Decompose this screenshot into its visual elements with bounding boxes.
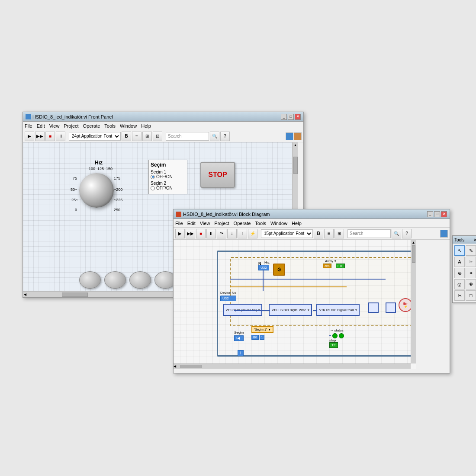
bd-align[interactable]: ≡ [324,229,334,238]
bd-scroll-thumb-h[interactable] [180,365,202,368]
array3-io-block[interactable]: abo [323,264,331,268]
bd-menu-help[interactable]: Help [292,221,302,226]
device-no-block[interactable]: U32 [220,296,236,301]
bd-menu-tools[interactable]: Tools [255,221,266,226]
menu-operate[interactable]: Operate [83,123,100,129]
reorder-button[interactable]: ⊡ [153,132,162,141]
secim1-radio-dot[interactable] [151,175,155,179]
stop-button[interactable]: STOP [200,162,235,188]
secim2-radio-dot[interactable] [151,186,155,190]
search-icon[interactable]: 🔍 [210,132,219,141]
bd-scrollbar-h[interactable]: ◀ [174,363,411,369]
bd-scroll-up[interactable]: ▲ [411,240,416,244]
bd-step-out[interactable]: ↑ [238,229,247,238]
run-button[interactable]: ▶ [25,132,34,141]
bd-search-input[interactable] [347,229,391,238]
bd-scroll-left[interactable]: ◀ [174,364,176,368]
tool-scissors[interactable]: ✂ [454,290,465,301]
secim2-radio[interactable]: OFF/ON [151,186,185,190]
tool-probe[interactable]: ◎ [454,279,465,289]
bd-run-cont[interactable]: ▶▶ [186,229,195,238]
bd-minimize-button[interactable]: _ [427,211,433,217]
menu-window[interactable]: Window [120,123,137,129]
bd-font-dropdown[interactable]: 15pt Application Font [261,229,313,238]
tool-arrow[interactable]: ↖ [454,245,465,256]
scroll-up-arrow[interactable]: ▲ [293,142,298,148]
align-button[interactable]: ≡ [132,132,142,141]
b1-block[interactable]: 1 [260,335,265,340]
bd-run-button[interactable]: ▶ [175,229,185,238]
menu-help[interactable]: Help [141,123,151,129]
secim1-radio[interactable]: OFF/ON [151,174,185,179]
bd-menu-window[interactable]: Window [270,221,287,226]
pause-button[interactable]: ⏸ [56,132,65,141]
bd-menu-project[interactable]: Project [214,221,229,226]
bd-search-icon[interactable]: 🔍 [392,229,401,238]
bd-abort[interactable]: ■ [196,229,206,238]
menu-project[interactable]: Project [64,123,78,129]
bd-menu-file[interactable]: File [175,221,183,226]
minimize-button[interactable]: _ [281,114,287,120]
window-controls[interactable]: _ □ ✕ [281,114,301,120]
tool-target[interactable]: ⊕ [454,268,465,278]
bd-maximize-button[interactable]: □ [434,211,440,217]
vtk-write-arrow[interactable]: ▼ [307,309,310,312]
menu-view[interactable]: View [49,123,60,129]
search-input[interactable] [166,132,209,141]
connector-block1[interactable] [368,302,379,313]
tool-box[interactable]: □ [466,290,476,301]
tool-text[interactable]: A [454,257,465,267]
bd-scrollbar-v[interactable]: ▲ [411,240,416,363]
font-dropdown[interactable]: 24pt Application Font [69,132,121,141]
bd-step-over[interactable]: ↷ [217,229,226,238]
array3-tf-block[interactable]: FTF [336,264,345,268]
scroll-thumb-v[interactable] [293,157,298,174]
fp-icon1[interactable] [286,132,293,140]
vtk-write-block[interactable]: VTK HS DIO Digital Write ▼ [269,304,312,316]
bd-distribute[interactable]: ⊞ [334,229,344,238]
menu-tools[interactable]: Tools [104,123,116,129]
stop-tf-block[interactable]: TF [329,342,338,348]
tool-eye[interactable]: 👁 [466,279,476,289]
vtk-read-arrow[interactable]: ▼ [354,309,357,312]
secim-badge-block[interactable]: I◀ [234,335,244,341]
vtk-read-block[interactable]: VTK HS DIO Digital Read ▼ [316,304,360,316]
bd-pause[interactable]: ⏸ [206,229,216,238]
bd-window-controls[interactable]: _ □ ✕ [427,211,447,217]
tool-hand[interactable]: ☞ [466,257,476,267]
bd-warn[interactable]: ⚡ [248,229,257,238]
tool-scroll[interactable]: ✦ [466,268,476,278]
gear-block[interactable]: ⚙ [273,264,285,276]
fp-icon2[interactable] [294,132,302,140]
secim1-string-block[interactable]: "Seçim 1" ▼ [251,326,273,333]
knob-scale[interactable]: 100 125 150 75 175 50~ ~200 25~ ~225 0 2… [71,167,127,214]
scroll-thumb-h[interactable] [62,293,88,297]
secim1-string-arrow[interactable]: ▼ [268,328,271,331]
bd-scroll-thumb[interactable] [412,245,415,263]
abort-button[interactable]: ■ [45,132,55,141]
b0-block[interactable]: B0 [251,335,259,340]
tool-pencil[interactable]: ✎ [466,245,476,256]
scroll-left-arrow[interactable]: ◀ [23,292,27,297]
bd-icon1[interactable] [440,230,448,238]
bd-menu-view[interactable]: View [200,221,210,226]
tools-close[interactable]: ✕ [473,238,476,242]
bold-button[interactable]: B [122,132,131,141]
knob-control[interactable] [79,173,114,208]
bd-step-into[interactable]: ↓ [227,229,237,238]
i-indicator[interactable]: i [238,350,244,356]
close-button[interactable]: ✕ [295,114,301,120]
run-continuously[interactable]: ▶▶ [35,132,45,141]
bd-bold[interactable]: B [314,229,323,238]
distribute-button[interactable]: ⊞ [142,132,152,141]
bd-help-button[interactable]: ? [402,229,412,238]
bd-close-button[interactable]: ✕ [441,211,447,217]
menu-edit[interactable]: Edit [37,123,45,129]
bd-menu-edit[interactable]: Edit [187,221,196,226]
maximize-button[interactable]: □ [288,114,294,120]
knob-label: Hız [71,160,127,166]
bd-menu-operate[interactable]: Operate [234,221,251,226]
help-button[interactable]: ? [220,132,230,141]
menu-file[interactable]: File [25,123,32,129]
connector-block2[interactable] [386,302,396,313]
